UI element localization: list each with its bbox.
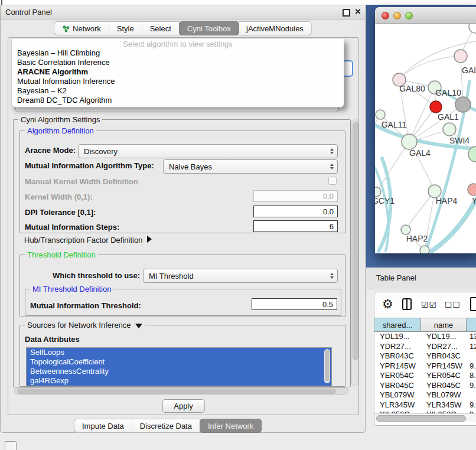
table-row[interactable]: YDR27...YDR27...12 <box>374 342 476 352</box>
tab-label: Discretize Data <box>140 422 192 431</box>
table-cell: 9. <box>467 361 476 371</box>
settings-group-title: Cyni Algorithm Settings <box>18 115 102 124</box>
zoom-traffic-light[interactable] <box>405 12 413 19</box>
apply-button[interactable]: Apply <box>162 399 205 413</box>
close-traffic-light[interactable] <box>382 12 389 19</box>
tab-cyni-toolbox[interactable]: Cyni Toolbox <box>179 21 239 35</box>
tab-label: Infer Network <box>208 422 253 431</box>
table-cell: YER054C <box>421 371 467 381</box>
table-cell: YER054C <box>374 371 421 381</box>
algorithm-option-bayesian-k2[interactable]: Bayesian – K2 <box>12 86 344 96</box>
attribute-item-betweennesscentrality[interactable]: BetweennessCentrality <box>27 367 331 376</box>
table-cell: 12 <box>467 342 476 352</box>
control-panel-title: Control Panel <box>5 5 52 19</box>
scrollbar-thumb[interactable] <box>353 122 358 360</box>
document-icon[interactable] <box>470 297 476 311</box>
stepper-arrows-icon <box>330 164 334 169</box>
tab-style[interactable]: Style <box>109 21 142 35</box>
node-gcy1[interactable] <box>375 187 381 197</box>
kernel-width-field <box>253 190 338 202</box>
which-threshold-combo[interactable]: MI Threshold <box>143 269 338 283</box>
node-hap2[interactable] <box>401 225 410 234</box>
table-panel: ⚙ ☑☑ ☐☐ shared...name YDL19...YDL19...13… <box>374 292 476 426</box>
node-label-gal4: GAL4 <box>409 148 431 158</box>
hub-transcription-factor-section[interactable]: Hub/Transcription Factor Definition <box>24 236 152 244</box>
aracne-mode-combo[interactable]: Discovery <box>78 144 338 158</box>
node-unlabeled[interactable] <box>455 97 471 112</box>
network-window: GALGAL80GAL10GAL1GAL11SWI4GAL4GCY1HAP4YH… <box>375 7 476 253</box>
table-row[interactable]: YDL19...YDL19...13 <box>374 332 476 342</box>
node-unlabeled[interactable] <box>430 101 442 113</box>
node-unlabeled[interactable] <box>420 246 429 253</box>
mi-algorithm-type-combo[interactable]: Naive Bayes <box>163 159 338 174</box>
node-gal4[interactable] <box>402 134 417 149</box>
node-gal[interactable] <box>454 50 467 63</box>
attribute-item-gal4rgexp[interactable]: gal4RGexp <box>27 376 331 386</box>
node-unlabeled[interactable] <box>469 24 476 33</box>
algorithm-option-mutual-information-inference[interactable]: Mutual Information Inference <box>12 77 344 86</box>
table-panel-bar: Table Panel <box>366 268 476 289</box>
table-cell: YBL079W <box>374 390 421 400</box>
table-row[interactable]: YER054CYER054C8. <box>374 371 476 381</box>
scrollbar-thumb[interactable] <box>376 415 466 422</box>
node-gal11[interactable] <box>376 110 385 119</box>
table-cell: 13 <box>467 332 476 342</box>
algorithm-dropdown: Select algorithm to view settings Bayesi… <box>11 39 344 107</box>
attribute-item-topologicalcoefficient[interactable]: TopologicalCoefficient <box>27 357 331 367</box>
algorithm-option-aracne-algorithm[interactable]: ARACNE Algorithm <box>12 67 344 77</box>
sources-title-row[interactable]: Sources for Network Inference <box>25 321 145 330</box>
tab-select[interactable]: Select <box>142 21 180 35</box>
select-all-unchecked-icon[interactable]: ☐☐ <box>445 300 461 309</box>
tab-label: Style <box>117 24 134 33</box>
algorithm-option-bayesian-hill-climbing[interactable]: Bayesian – Hill Climbing <box>12 48 344 58</box>
tab-impute-data[interactable]: Impute Data <box>74 419 132 433</box>
tab-discretize-data[interactable]: Discretize Data <box>132 419 200 433</box>
gear-icon[interactable]: ⚙ <box>382 297 393 311</box>
table-row[interactable]: YBR043CYBR043C <box>374 351 476 361</box>
dpi-tolerance-field[interactable] <box>253 206 338 217</box>
algorithm-option-basic-correlation-inference[interactable]: Basic Correlation Inference <box>12 58 344 67</box>
tab-infer-network[interactable]: Infer Network <box>200 419 262 433</box>
mi-threshold-definition-title: MI Threshold Definition <box>30 285 113 294</box>
table-horizontal-scrollbar[interactable] <box>374 413 476 422</box>
column-header-cut[interactable] <box>467 318 476 332</box>
table-row[interactable]: YPR145WYPR145W9. <box>374 361 476 371</box>
table-row[interactable]: YLR345WYLR345W9. <box>374 400 476 410</box>
settings-vertical-scrollbar[interactable] <box>351 119 358 386</box>
tab-network[interactable]: Network <box>54 21 109 35</box>
select-all-checked-icon[interactable]: ☑☑ <box>421 300 437 309</box>
float-window-icon[interactable] <box>343 9 350 17</box>
kernel-width-label: Kernel Width (0,1): <box>25 193 93 201</box>
network-edge <box>375 168 389 251</box>
table-cell: YBR043C <box>374 351 421 361</box>
attribute-item-selfloops[interactable]: SelfLoops <box>27 348 331 357</box>
scrollbar-thumb[interactable] <box>325 350 330 381</box>
split-view-icon[interactable] <box>402 298 412 310</box>
table-row[interactable]: YBR045CYBR045C9. <box>374 381 476 391</box>
node-label-swi4: SWI4 <box>449 136 470 145</box>
list-scrollbar[interactable] <box>324 349 330 383</box>
table-cell: YLR345W <box>421 400 467 410</box>
column-header-shared[interactable]: shared... <box>374 318 421 332</box>
table-cell: YDR27... <box>421 342 467 352</box>
tab-label: Cyni Toolbox <box>187 24 231 33</box>
network-view[interactable]: GALGAL80GAL10GAL1GAL11SWI4GAL4GCY1HAP4YH… <box>375 24 476 253</box>
control-panel-bottom-tabbar: Impute DataDiscretize DataInfer Network <box>74 419 261 433</box>
sources-group: Sources for Network Inference Data Attri… <box>19 325 345 387</box>
node-label-gal10: GAL10 <box>435 88 461 97</box>
mi-threshold-field[interactable] <box>252 298 337 310</box>
node-y[interactable] <box>468 184 476 195</box>
table-row[interactable]: YBL079WYBL079W <box>374 390 476 400</box>
minimize-traffic-light[interactable] <box>393 12 401 19</box>
mi-steps-field[interactable] <box>253 220 338 232</box>
scrollbar-thumb[interactable] <box>17 389 336 394</box>
close-icon[interactable]: × <box>355 6 361 18</box>
collapsed-panel-button[interactable] <box>5 441 17 450</box>
tab-jactivemnodules[interactable]: jActiveMNodules <box>239 21 312 35</box>
algorithm-option-dream8-dc-tdc-algorithm[interactable]: Dream8 DC_TDC Algorithm <box>12 96 344 105</box>
mi-algorithm-type-label: Mutual Information Algorithm Type: <box>25 161 154 170</box>
settings-horizontal-scrollbar[interactable] <box>14 387 348 395</box>
stepper-arrows-icon <box>330 148 334 154</box>
node-gal1[interactable] <box>443 123 456 136</box>
column-header-name[interactable]: name <box>421 318 467 332</box>
